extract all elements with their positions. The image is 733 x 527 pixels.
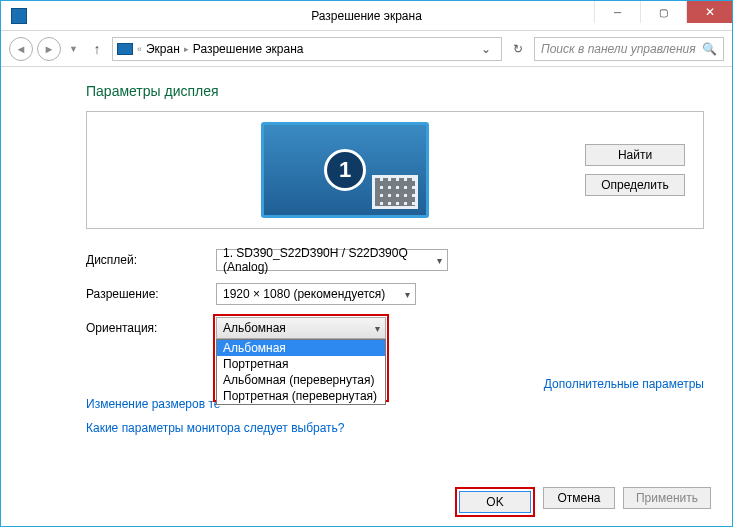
orientation-label: Ориентация: xyxy=(86,321,216,335)
monitor-thumbnail[interactable]: 1 xyxy=(261,122,429,218)
breadcrumb-sep: « xyxy=(137,44,142,54)
display-value: 1. SD390_S22D390H / S22D390Q (Analog) xyxy=(223,246,427,274)
resolution-value: 1920 × 1080 (рекомендуется) xyxy=(223,287,385,301)
breadcrumb[interactable]: « Экран ▸ Разрешение экрана ⌄ xyxy=(112,37,502,61)
orientation-dropdown: Альбомная Портретная Альбомная (переверн… xyxy=(216,339,386,405)
orientation-option[interactable]: Альбомная (перевернутая) xyxy=(217,372,385,388)
content-area: Параметры дисплея 1 Найти Определить Дис… xyxy=(1,67,732,451)
orientation-row: Ориентация: Альбомная Альбомная Портретн… xyxy=(86,317,704,339)
cancel-button[interactable]: Отмена xyxy=(543,487,615,509)
preview-buttons: Найти Определить xyxy=(585,144,685,196)
display-label: Дисплей: xyxy=(86,253,216,267)
page-heading: Параметры дисплея xyxy=(86,83,704,99)
highlight-ok: OK xyxy=(455,487,535,517)
display-row: Дисплей: 1. SD390_S22D390H / S22D390Q (A… xyxy=(86,249,704,271)
monitor-number: 1 xyxy=(324,149,366,191)
display-select[interactable]: 1. SD390_S22D390H / S22D390Q (Analog) xyxy=(216,249,448,271)
close-button[interactable]: ✕ xyxy=(686,1,732,23)
orientation-option[interactable]: Портретная (перевернутая) xyxy=(217,388,385,404)
titlebar: Разрешение экрана ─ ▢ ✕ xyxy=(1,1,732,31)
ok-button[interactable]: OK xyxy=(459,491,531,513)
breadcrumb-dropdown-icon[interactable]: ⌄ xyxy=(475,42,497,56)
breadcrumb-item[interactable]: Экран xyxy=(146,42,180,56)
search-placeholder: Поиск в панели управления xyxy=(541,42,696,56)
back-button[interactable]: ◄ xyxy=(9,37,33,61)
app-icon xyxy=(11,8,27,24)
monitor-help-link[interactable]: Какие параметры монитора следует выбрать… xyxy=(86,421,345,435)
detect-button[interactable]: Определить xyxy=(585,174,685,196)
breadcrumb-item[interactable]: Разрешение экрана xyxy=(193,42,304,56)
window-controls: ─ ▢ ✕ xyxy=(594,1,732,23)
refresh-button[interactable]: ↻ xyxy=(506,37,530,61)
location-icon xyxy=(117,43,133,55)
advanced-settings-link[interactable]: Дополнительные параметры xyxy=(544,377,704,391)
footer-buttons: OK Отмена Применить xyxy=(455,487,711,517)
search-icon: 🔍 xyxy=(702,42,717,56)
apply-button[interactable]: Применить xyxy=(623,487,711,509)
orientation-option[interactable]: Портретная xyxy=(217,356,385,372)
search-input[interactable]: Поиск в панели управления 🔍 xyxy=(534,37,724,61)
monitor-taskbar-icon xyxy=(372,175,418,209)
display-preview: 1 Найти Определить xyxy=(86,111,704,229)
window-title: Разрешение экрана xyxy=(311,9,422,23)
resize-text-link[interactable]: Изменение размеров те xyxy=(86,397,220,411)
history-dropdown[interactable]: ▼ xyxy=(65,44,82,54)
links-area: Дополнительные параметры Изменение разме… xyxy=(86,379,704,435)
toolbar: ◄ ► ▼ ↑ « Экран ▸ Разрешение экрана ⌄ ↻ … xyxy=(1,31,732,67)
preview-center: 1 xyxy=(105,122,585,218)
resolution-label: Разрешение: xyxy=(86,287,216,301)
orientation-select[interactable]: Альбомная xyxy=(216,317,386,339)
forward-button[interactable]: ► xyxy=(37,37,61,61)
minimize-button[interactable]: ─ xyxy=(594,1,640,23)
maximize-button[interactable]: ▢ xyxy=(640,1,686,23)
up-button[interactable]: ↑ xyxy=(86,41,108,57)
breadcrumb-chevron-icon: ▸ xyxy=(184,44,189,54)
find-button[interactable]: Найти xyxy=(585,144,685,166)
resolution-select[interactable]: 1920 × 1080 (рекомендуется) xyxy=(216,283,416,305)
orientation-value: Альбомная xyxy=(223,321,286,335)
orientation-option[interactable]: Альбомная xyxy=(217,340,385,356)
resolution-row: Разрешение: 1920 × 1080 (рекомендуется) xyxy=(86,283,704,305)
